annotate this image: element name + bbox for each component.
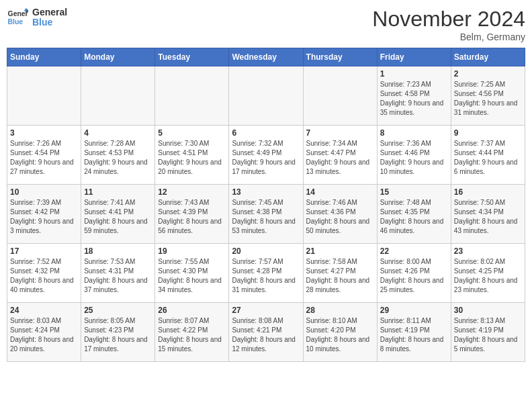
day-number: 6: [232, 128, 300, 138]
day-info: Sunrise: 7:28 AM Sunset: 4:53 PM Dayligh…: [84, 139, 152, 177]
calendar-cell: 16Sunrise: 7:50 AM Sunset: 4:34 PM Dayli…: [451, 185, 525, 244]
day-number: 29: [380, 306, 448, 315]
calendar-cell: 23Sunrise: 8:02 AM Sunset: 4:25 PM Dayli…: [451, 244, 525, 303]
day-info: Sunrise: 7:58 AM Sunset: 4:27 PM Dayligh…: [306, 257, 374, 295]
calendar-cell: 8Sunrise: 7:36 AM Sunset: 4:46 PM Daylig…: [377, 126, 451, 185]
weekday-header-tuesday: Tuesday: [155, 48, 229, 66]
day-number: 13: [232, 187, 300, 197]
day-info: Sunrise: 7:23 AM Sunset: 4:58 PM Dayligh…: [380, 80, 448, 118]
calendar-cell: 4Sunrise: 7:28 AM Sunset: 4:53 PM Daylig…: [81, 126, 155, 185]
day-info: Sunrise: 7:52 AM Sunset: 4:32 PM Dayligh…: [10, 257, 78, 295]
day-number: 4: [84, 128, 152, 138]
day-info: Sunrise: 7:57 AM Sunset: 4:28 PM Dayligh…: [232, 257, 300, 295]
day-info: Sunrise: 7:34 AM Sunset: 4:47 PM Dayligh…: [306, 139, 374, 177]
logo: General Blue General Blue: [7, 7, 67, 28]
day-number: 28: [306, 306, 374, 315]
day-number: 8: [380, 128, 448, 138]
calendar-cell: 15Sunrise: 7:48 AM Sunset: 4:35 PM Dayli…: [377, 185, 451, 244]
day-info: Sunrise: 7:50 AM Sunset: 4:34 PM Dayligh…: [454, 198, 522, 236]
day-number: 3: [10, 128, 78, 138]
page-header: General Blue General Blue November 2024 …: [7, 7, 525, 42]
calendar-cell: 25Sunrise: 8:05 AM Sunset: 4:23 PM Dayli…: [81, 303, 155, 362]
calendar-cell: 2Sunrise: 7:25 AM Sunset: 4:56 PM Daylig…: [451, 66, 525, 126]
day-info: Sunrise: 7:25 AM Sunset: 4:56 PM Dayligh…: [454, 80, 522, 118]
logo-blue: Blue: [32, 17, 67, 28]
day-number: 22: [380, 246, 448, 256]
day-info: Sunrise: 7:46 AM Sunset: 4:36 PM Dayligh…: [306, 198, 374, 236]
day-number: 12: [158, 187, 226, 197]
calendar-cell: [155, 66, 229, 126]
calendar-week-2: 3Sunrise: 7:26 AM Sunset: 4:54 PM Daylig…: [7, 126, 525, 185]
day-number: 27: [232, 306, 300, 315]
weekday-header-thursday: Thursday: [303, 48, 377, 66]
calendar-cell: [81, 66, 155, 126]
calendar-cell: 22Sunrise: 8:00 AM Sunset: 4:26 PM Dayli…: [377, 244, 451, 303]
day-number: 26: [158, 306, 226, 315]
title-block: November 2024 Belm, Germany: [372, 7, 525, 42]
calendar-cell: 19Sunrise: 7:55 AM Sunset: 4:30 PM Dayli…: [155, 244, 229, 303]
day-info: Sunrise: 8:03 AM Sunset: 4:24 PM Dayligh…: [10, 316, 78, 354]
calendar-cell: [229, 66, 303, 126]
day-number: 5: [158, 128, 226, 138]
day-number: 25: [84, 306, 152, 315]
calendar-cell: [303, 66, 377, 126]
svg-text:Blue: Blue: [8, 18, 24, 26]
location: Belm, Germany: [372, 32, 525, 42]
calendar-cell: 12Sunrise: 7:43 AM Sunset: 4:39 PM Dayli…: [155, 185, 229, 244]
calendar-week-4: 17Sunrise: 7:52 AM Sunset: 4:32 PM Dayli…: [7, 244, 525, 303]
day-info: Sunrise: 8:13 AM Sunset: 4:19 PM Dayligh…: [454, 316, 522, 354]
day-info: Sunrise: 7:53 AM Sunset: 4:31 PM Dayligh…: [84, 257, 152, 295]
day-number: 24: [10, 306, 78, 315]
day-number: 20: [232, 246, 300, 256]
weekday-header-friday: Friday: [377, 48, 451, 66]
weekday-header-saturday: Saturday: [451, 48, 525, 66]
calendar-cell: 20Sunrise: 7:57 AM Sunset: 4:28 PM Dayli…: [229, 244, 303, 303]
day-number: 30: [454, 306, 522, 315]
day-number: 1: [380, 69, 448, 79]
calendar-cell: 24Sunrise: 8:03 AM Sunset: 4:24 PM Dayli…: [7, 303, 81, 362]
calendar-week-5: 24Sunrise: 8:03 AM Sunset: 4:24 PM Dayli…: [7, 303, 525, 362]
calendar-cell: 3Sunrise: 7:26 AM Sunset: 4:54 PM Daylig…: [7, 126, 81, 185]
day-number: 15: [380, 187, 448, 197]
calendar-week-3: 10Sunrise: 7:39 AM Sunset: 4:42 PM Dayli…: [7, 185, 525, 244]
day-number: 14: [306, 187, 374, 197]
day-number: 21: [306, 246, 374, 256]
day-number: 16: [454, 187, 522, 197]
calendar-cell: 7Sunrise: 7:34 AM Sunset: 4:47 PM Daylig…: [303, 126, 377, 185]
calendar-week-1: 1Sunrise: 7:23 AM Sunset: 4:58 PM Daylig…: [7, 66, 525, 126]
logo-general: General: [32, 7, 67, 17]
day-number: 19: [158, 246, 226, 256]
calendar-cell: 11Sunrise: 7:41 AM Sunset: 4:41 PM Dayli…: [81, 185, 155, 244]
day-info: Sunrise: 8:07 AM Sunset: 4:22 PM Dayligh…: [158, 316, 226, 354]
day-info: Sunrise: 7:43 AM Sunset: 4:39 PM Dayligh…: [158, 198, 226, 236]
day-number: 2: [454, 69, 522, 79]
day-number: 10: [10, 187, 78, 197]
calendar-cell: 1Sunrise: 7:23 AM Sunset: 4:58 PM Daylig…: [377, 66, 451, 126]
day-number: 17: [10, 246, 78, 256]
day-info: Sunrise: 8:05 AM Sunset: 4:23 PM Dayligh…: [84, 316, 152, 354]
calendar-cell: 5Sunrise: 7:30 AM Sunset: 4:51 PM Daylig…: [155, 126, 229, 185]
weekday-header-wednesday: Wednesday: [229, 48, 303, 66]
calendar-cell: 18Sunrise: 7:53 AM Sunset: 4:31 PM Dayli…: [81, 244, 155, 303]
calendar-cell: 14Sunrise: 7:46 AM Sunset: 4:36 PM Dayli…: [303, 185, 377, 244]
day-info: Sunrise: 8:00 AM Sunset: 4:26 PM Dayligh…: [380, 257, 448, 295]
day-info: Sunrise: 8:02 AM Sunset: 4:25 PM Dayligh…: [454, 257, 522, 295]
day-info: Sunrise: 7:37 AM Sunset: 4:44 PM Dayligh…: [454, 139, 522, 177]
calendar-cell: 6Sunrise: 7:32 AM Sunset: 4:49 PM Daylig…: [229, 126, 303, 185]
calendar-table: SundayMondayTuesdayWednesdayThursdayFrid…: [7, 48, 525, 362]
calendar-cell: 27Sunrise: 8:08 AM Sunset: 4:21 PM Dayli…: [229, 303, 303, 362]
month-title: November 2024: [372, 7, 525, 32]
day-info: Sunrise: 7:45 AM Sunset: 4:38 PM Dayligh…: [232, 198, 300, 236]
svg-text:General: General: [8, 10, 28, 17]
calendar-cell: 28Sunrise: 8:10 AM Sunset: 4:20 PM Dayli…: [303, 303, 377, 362]
calendar-cell: 26Sunrise: 8:07 AM Sunset: 4:22 PM Dayli…: [155, 303, 229, 362]
calendar-cell: 10Sunrise: 7:39 AM Sunset: 4:42 PM Dayli…: [7, 185, 81, 244]
weekday-header-monday: Monday: [81, 48, 155, 66]
weekday-header-row: SundayMondayTuesdayWednesdayThursdayFrid…: [7, 48, 525, 66]
day-info: Sunrise: 8:11 AM Sunset: 4:19 PM Dayligh…: [380, 316, 448, 354]
calendar-cell: 17Sunrise: 7:52 AM Sunset: 4:32 PM Dayli…: [7, 244, 81, 303]
calendar-cell: 13Sunrise: 7:45 AM Sunset: 4:38 PM Dayli…: [229, 185, 303, 244]
weekday-header-sunday: Sunday: [7, 48, 81, 66]
calendar-cell: 21Sunrise: 7:58 AM Sunset: 4:27 PM Dayli…: [303, 244, 377, 303]
day-info: Sunrise: 7:32 AM Sunset: 4:49 PM Dayligh…: [232, 139, 300, 177]
